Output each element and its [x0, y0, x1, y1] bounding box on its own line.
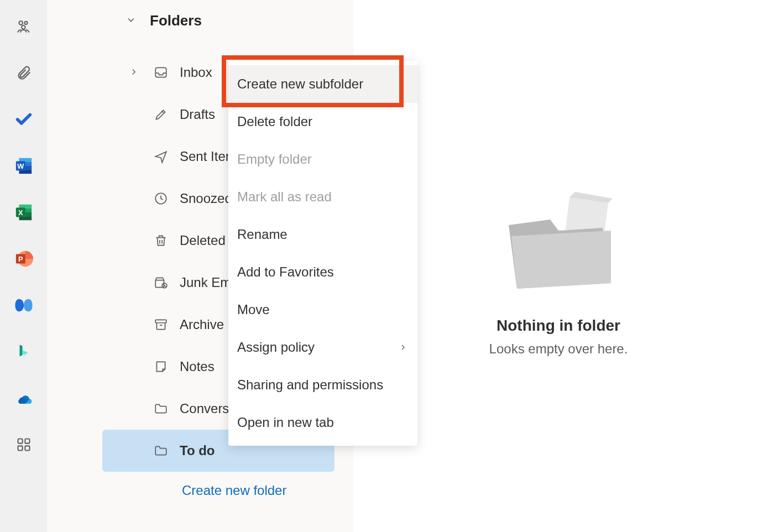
powerpoint-icon[interactable]: P — [14, 249, 34, 269]
folders-header[interactable]: Folders — [47, 12, 354, 29]
folder-label: Drafts — [180, 107, 215, 122]
archive-icon — [153, 317, 169, 332]
todo-icon[interactable] — [14, 109, 34, 129]
context-mark-read: Mark all as read — [228, 178, 417, 216]
context-item-label: Empty folder — [237, 152, 312, 167]
notes-icon — [153, 359, 169, 374]
empty-title: Nothing in folder — [497, 317, 620, 335]
context-menu: Create new subfolder Delete folder Empty… — [228, 61, 417, 446]
context-delete-folder[interactable]: Delete folder — [228, 103, 417, 140]
bing-icon[interactable] — [14, 342, 34, 362]
folder-label: To do — [180, 443, 215, 458]
context-item-label: Mark all as read — [237, 189, 332, 205]
people-icon[interactable] — [14, 17, 34, 36]
svg-text:W: W — [17, 162, 24, 170]
svg-rect-22 — [18, 446, 22, 450]
svg-rect-27 — [155, 320, 166, 322]
context-item-label: Create new subfolder — [237, 76, 363, 92]
context-item-label: Move — [237, 302, 270, 317]
context-move[interactable]: Move — [228, 291, 417, 328]
chevron-right-icon — [399, 340, 407, 355]
attach-icon[interactable] — [14, 63, 34, 83]
context-item-label: Delete folder — [237, 114, 312, 129]
context-open-new-tab[interactable]: Open in new tab — [228, 404, 417, 441]
deleted-icon — [153, 233, 169, 248]
folders-title: Folders — [150, 12, 202, 29]
empty-subtitle: Looks empty over here. — [489, 341, 628, 357]
folder-label: Archive — [180, 317, 224, 332]
svg-rect-23 — [25, 446, 29, 450]
folder-pane: Folders Inbox Drafts Sent Items Snoozed … — [47, 0, 354, 532]
apps-icon[interactable] — [14, 435, 34, 455]
context-rename[interactable]: Rename — [228, 216, 417, 253]
context-create-subfolder[interactable]: Create new subfolder — [228, 65, 417, 103]
context-empty-folder: Empty folder — [228, 140, 417, 178]
context-item-label: Assign policy — [237, 340, 315, 355]
svg-rect-21 — [25, 439, 29, 444]
context-item-label: Add to Favorites — [237, 264, 334, 280]
context-add-favorites[interactable]: Add to Favorites — [228, 253, 417, 291]
svg-point-1 — [24, 22, 27, 24]
folder-label: Inbox — [180, 65, 212, 80]
svg-text:X: X — [18, 208, 23, 217]
onedrive-icon[interactable] — [14, 388, 34, 408]
word-icon[interactable]: W — [14, 156, 34, 176]
svg-point-2 — [22, 25, 25, 29]
context-item-label: Open in new tab — [237, 415, 334, 430]
context-item-label: Rename — [237, 227, 288, 242]
folder-icon — [153, 401, 169, 416]
chevron-right-icon — [129, 65, 139, 80]
inbox-icon — [153, 65, 169, 80]
svg-text:P: P — [18, 255, 23, 263]
drafts-icon — [153, 107, 169, 122]
context-item-label: Sharing and permissions — [237, 377, 383, 393]
create-folder-link[interactable]: Create new folder — [47, 483, 354, 498]
context-assign-policy[interactable]: Assign policy — [228, 328, 417, 366]
viva-icon[interactable] — [14, 295, 34, 315]
folder-label: Snoozed — [180, 191, 232, 206]
folder-icon — [153, 443, 169, 458]
svg-rect-24 — [155, 67, 166, 77]
excel-icon[interactable]: X — [14, 202, 34, 222]
app-rail: W X P — [0, 0, 47, 532]
sent-icon — [153, 149, 169, 164]
snoozed-icon — [153, 191, 169, 206]
folder-label: Notes — [180, 359, 215, 374]
chevron-down-icon — [126, 14, 137, 28]
junk-icon — [153, 275, 169, 290]
svg-rect-20 — [18, 439, 22, 444]
svg-point-0 — [19, 21, 23, 25]
context-sharing[interactable]: Sharing and permissions — [228, 366, 417, 404]
empty-folder-illustration — [487, 175, 630, 299]
